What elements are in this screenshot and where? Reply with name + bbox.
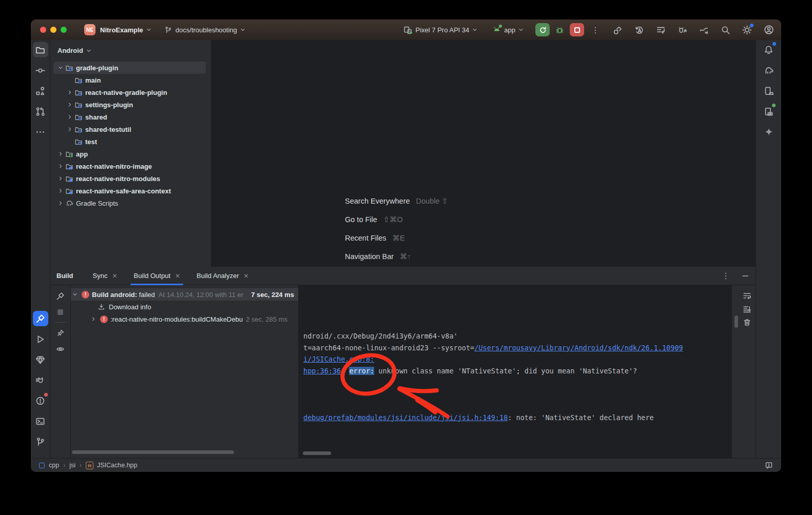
close-tab-icon[interactable]: ✕	[243, 272, 248, 280]
soft-wrap-icon[interactable]	[743, 291, 751, 300]
notifications-button[interactable]	[761, 42, 777, 57]
tab-build-output[interactable]: Build Output✕	[130, 267, 183, 285]
device-selector[interactable]: Pixel 7 Pro API 34	[403, 26, 478, 34]
debug-button[interactable]	[555, 26, 564, 34]
run-configuration-selector[interactable]: app	[492, 26, 524, 34]
project-tree-item-app[interactable]: app	[53, 148, 206, 160]
pin-tab-button[interactable]	[50, 326, 70, 340]
structure-tool-button[interactable]	[33, 83, 48, 98]
run-tool-button[interactable]	[33, 331, 48, 347]
logcat-tool-button[interactable]	[33, 372, 48, 388]
view-options-button[interactable]	[50, 342, 70, 355]
project-tree-item-gradle-plugin[interactable]: gradle-plugin	[53, 62, 206, 74]
scroll-to-end-icon[interactable]	[743, 305, 751, 313]
download-info-row[interactable]: Download info	[71, 301, 298, 313]
chevron-right-icon[interactable]	[56, 162, 65, 170]
close-window-button[interactable]	[40, 27, 46, 33]
running-devices-button[interactable]	[761, 104, 777, 119]
profile-account-icon[interactable]	[764, 25, 774, 35]
chevron-right-icon[interactable]	[66, 113, 74, 121]
console-file-link[interactable]: i/JSICache.cpp:8:	[303, 355, 374, 363]
assistant-sparkle-button[interactable]	[761, 124, 777, 140]
rerun-build-button[interactable]	[50, 289, 70, 303]
project-view-selector[interactable]: Android	[50, 40, 211, 54]
project-tree-item-test[interactable]: test	[53, 135, 206, 148]
more-actions-menu[interactable]: ⋮	[591, 25, 600, 35]
maximize-window-button[interactable]	[61, 27, 67, 33]
chevron-down-icon[interactable]	[71, 291, 79, 298]
chevron-right-icon[interactable]	[66, 88, 74, 96]
project-tree-item-settings-plugin[interactable]: settings-plugin	[53, 98, 206, 111]
problems-tool-button[interactable]	[33, 393, 48, 408]
tree-item-label: shared-testutil	[85, 126, 131, 133]
tree-horizontal-scrollbar[interactable]	[72, 450, 234, 454]
lib-folder-icon	[65, 174, 74, 183]
terminal-tool-button[interactable]	[33, 413, 48, 429]
chevron-down-icon[interactable]	[56, 64, 65, 72]
breadcrumb-subfolder[interactable]: jsi	[69, 462, 75, 469]
module-icon	[39, 463, 45, 468]
branch-selector[interactable]: docs/troubleshooting	[164, 26, 246, 34]
chevron-right-icon[interactable]	[56, 174, 65, 183]
commit-tool-button[interactable]	[33, 63, 48, 78]
project-tree-item-main[interactable]: main	[53, 74, 206, 86]
gradle-tool-button[interactable]	[761, 63, 777, 78]
console-file-link[interactable]: /Users/mrousavy/Library/Android/sdk/ndk/…	[474, 344, 683, 352]
build-tool-button[interactable]	[33, 311, 48, 326]
profiler-icon[interactable]	[699, 25, 709, 35]
project-tree-item-gradle-scripts[interactable]: Gradle Scripts	[53, 197, 206, 209]
tab-build-analyzer[interactable]: Build Analyzer✕	[194, 267, 252, 285]
failed-task-row[interactable]: ! :react-native-nitro-modules:buildCMake…	[71, 313, 298, 325]
chevron-down-icon	[518, 27, 524, 33]
search-everywhere-icon[interactable]	[721, 25, 730, 35]
chevron-right-icon[interactable]	[56, 199, 65, 207]
console-line: debug/prefab/modules/jsi/include/jsi/jsi…	[303, 412, 683, 424]
chevron-right-icon[interactable]	[56, 187, 65, 195]
rerun-button[interactable]	[535, 23, 550, 36]
more-tool-windows-button[interactable]	[33, 124, 48, 140]
console-horizontal-scrollbar[interactable]	[303, 451, 331, 455]
console-file-link[interactable]: debug/prefab/modules/jsi/include/jsi/jsi…	[303, 413, 508, 422]
close-tab-icon[interactable]: ✕	[175, 272, 180, 280]
apply-code-changes-icon[interactable]	[656, 25, 666, 35]
build-project-icon[interactable]	[613, 25, 623, 35]
header-file-icon: H	[86, 462, 93, 469]
hide-tool-window-button[interactable]	[741, 272, 749, 280]
pull-requests-tool-button[interactable]	[33, 104, 48, 119]
chevron-right-icon[interactable]	[66, 125, 74, 133]
stop-build-button[interactable]	[50, 305, 70, 319]
build-result-row[interactable]: ! Build android: failed At 14.10.24, 12:…	[71, 288, 298, 301]
chevron-right-icon[interactable]	[66, 101, 74, 109]
project-tree-item-react-native-nitro-modules[interactable]: react-native-nitro-modules	[53, 172, 206, 185]
chevron-right-icon[interactable]	[56, 150, 65, 158]
project-selector[interactable]: NitroExample	[95, 26, 152, 34]
git-branch-icon	[164, 26, 172, 34]
breadcrumb-folder[interactable]: cpp	[49, 462, 59, 469]
attach-debugger-icon[interactable]	[678, 25, 687, 35]
project-tree-item-react-native-nitro-image[interactable]: react-native-nitro-image	[53, 160, 206, 172]
close-tab-icon[interactable]: ✕	[112, 272, 117, 280]
project-tree-item-shared[interactable]: shared	[53, 111, 206, 123]
version-control-tool-button[interactable]	[33, 434, 48, 449]
shortcut-hint-row: Recent Files⌘E	[345, 229, 448, 247]
apply-changes-icon[interactable]	[634, 25, 644, 35]
device-manager-button[interactable]	[761, 83, 777, 98]
project-tree-item-react-native-gradle-plugin[interactable]: react-native-gradle-plugin	[53, 86, 206, 98]
console-file-link[interactable]: hpp:36:36	[303, 367, 341, 375]
app-quality-insights-tool-button[interactable]	[33, 352, 48, 367]
settings-icon[interactable]	[742, 25, 752, 35]
tab-sync[interactable]: Sync✕	[90, 267, 121, 285]
project-tree-item-react-native-safe-area-context[interactable]: react-native-safe-area-context	[53, 185, 206, 197]
clear-all-icon[interactable]	[743, 318, 751, 327]
chevron-down-icon	[86, 48, 92, 54]
project-tree-item-shared-testutil[interactable]: shared-testutil	[53, 123, 206, 135]
minimize-window-button[interactable]	[50, 27, 56, 33]
console-vertical-scrollbar[interactable]	[734, 315, 738, 328]
build-options-menu[interactable]: ⋮	[722, 271, 730, 281]
stop-button[interactable]	[570, 23, 584, 36]
tree-item-label: react-native-gradle-plugin	[85, 89, 167, 96]
status-hint-icon[interactable]	[765, 461, 773, 469]
chevron-right-icon[interactable]	[89, 316, 98, 322]
project-tool-button[interactable]	[33, 42, 48, 57]
breadcrumb-file[interactable]: JSICache.hpp	[97, 462, 138, 469]
